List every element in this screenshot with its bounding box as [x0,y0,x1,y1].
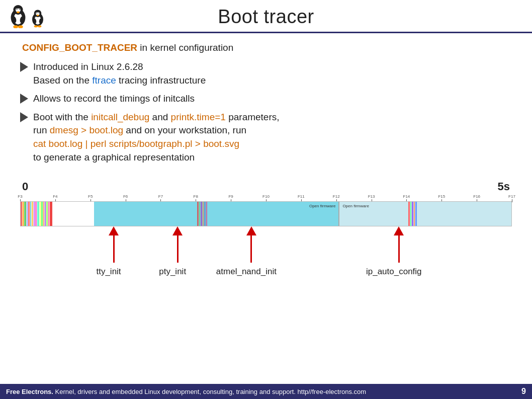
arrow-head-atmel [246,226,256,235]
bullet1-intro: Introduced in Linux 2.6.28 [33,61,143,72]
arrow-labels-row: tty_init pty_init atmel_nand_init ip_aut… [20,263,512,277]
label-tty-init: tty_init [96,267,121,277]
arrow-pty-init [172,226,183,263]
mid-bars [197,202,227,226]
arrow-shaft-atmel [250,235,252,263]
arrow-atmel-nand [246,226,256,263]
svg-point-20 [39,13,39,13]
config-highlight: CONFIG_BOOT_TRACER [22,42,137,53]
bar-area: Open firmware Open firmware [20,201,512,226]
params-text: parameters, [226,112,280,122]
bullet-text-3: Boot with the initcall_debug and printk.… [33,111,280,164]
label-atmel-nand-init: atmel_nand_init [216,267,277,277]
footer-bold: Free Electrons. [6,388,53,395]
bullet-3: Boot with the initcall_debug and printk.… [20,111,512,164]
bullet2-text: Allows to record the timings of initcall… [33,93,195,104]
printk-link: printk.time=1 [171,112,226,122]
svg-point-25 [38,25,41,27]
right-bars [408,202,448,226]
bullet1-based-after: tracing infrastructure [116,75,206,86]
footer: Free Electrons. Kernel, drivers and embe… [0,384,532,399]
dmesg-link: dmesg > boot.log [50,125,123,135]
ftrace-link: ftrace [92,75,116,86]
label-ip-auto-config: ip_auto_config [366,267,422,277]
footer-rest: Kernel, drivers and embedded Linux devel… [53,388,366,395]
cat-command-link: cat boot.log | perl scripts/bootgraph.pl… [33,138,239,149]
penguin-icon-1 [8,4,28,29]
svg-point-8 [17,11,20,13]
svg-point-12 [18,25,23,28]
page-number: 9 [521,387,526,396]
logo [8,4,45,29]
svg-point-6 [17,9,18,10]
arrows-row [20,226,512,263]
penguin-icon-2 [30,9,45,28]
axis-right: 5s [498,180,510,193]
boot-with: Boot with the [33,112,91,122]
svg-point-11 [13,25,18,28]
main-content: CONFIG_BOOT_TRACER in kernel configurati… [0,33,532,174]
run-dmesg-before: run [33,125,50,135]
svg-point-19 [36,13,37,13]
left-bars [21,202,94,226]
footer-text: Free Electrons. Kernel, drivers and embe… [6,388,521,395]
config-rest: in kernel configuration [137,42,233,53]
arrow-ip-auto-config [394,226,404,263]
arrow-head-ip [394,226,404,235]
arrow-shaft-ip [398,235,400,263]
bullet-arrow-3 [20,112,28,122]
arrow-shaft-tty [113,235,115,263]
bullet-text-2: Allows to record the timings of initcall… [33,92,195,106]
arrow-shaft-pty [177,235,179,263]
initcall-debug-link: initcall_debug [91,112,149,122]
right-block-label: Open firmware [341,203,370,209]
bullet-2: Allows to record the timings of initcall… [20,92,512,106]
axis-left: 0 [22,180,28,193]
chart-section: 0 5s (function() { const ticks = documen… [0,180,532,277]
config-line: CONFIG_BOOT_TRACER in kernel configurati… [20,42,512,53]
bullet1-based-before: Based on the [33,75,92,86]
generate-text: to generate a graphical representation [33,152,195,163]
label-pty-init: pty_init [159,267,186,277]
arrow-tty-init [109,226,119,263]
svg-point-24 [34,25,38,27]
axis-labels: 0 5s [20,180,512,193]
bullet-text-1: Introduced in Linux 2.6.28 Based on the … [33,60,206,87]
bullet-arrow-2 [20,94,28,104]
cyan-block-label: Open firmware [308,203,336,209]
run-dmesg-after: and on your workstation, run [123,125,246,135]
page-title: Boot tracer [0,6,532,28]
tick-row: (function() { const ticks = document.get… [20,194,512,200]
arrow-head-pty [172,226,183,235]
slide-header: Boot tracer [0,0,532,32]
arrow-head-tty [109,226,119,235]
bullet-arrow-1 [20,62,28,72]
bullet-1: Introduced in Linux 2.6.28 Based on the … [20,60,512,87]
svg-point-7 [19,9,20,10]
svg-point-21 [37,15,39,16]
and-text: and [149,112,170,122]
